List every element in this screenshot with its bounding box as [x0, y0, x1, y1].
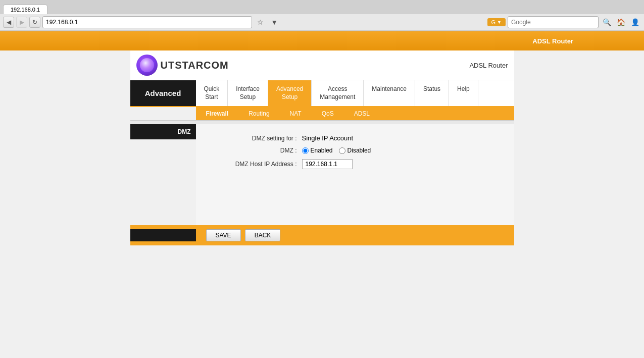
browser-tabs: 192.168.0.1	[0, 0, 644, 14]
nav-bar: Advanced Quick Start Interface Setup Adv…	[130, 80, 514, 107]
nav-status[interactable]: Status	[415, 80, 449, 106]
refresh-button[interactable]: ↻	[29, 17, 40, 28]
content-spacer	[130, 120, 514, 124]
host-ip-row: DMZ Host IP Address :	[211, 159, 499, 169]
active-tab[interactable]: 192.168.0.1	[3, 5, 47, 14]
nav-sidebar-label: Advanced	[130, 80, 196, 106]
save-button[interactable]: SAVE	[206, 229, 241, 241]
browser-toolbar: ◀ ▶ ↻ ☆ ▼ G▼ 🔍 🏠 👤	[0, 14, 644, 31]
search-icon[interactable]: 🔍	[601, 16, 613, 28]
sidebar-dmz-label: DMZ	[130, 124, 196, 139]
content-area: DMZ DMZ setting for : Single IP Account …	[130, 124, 514, 225]
bookmark-star-icon[interactable]: ☆	[254, 16, 266, 28]
dmz-enabled-label: Enabled	[311, 147, 333, 154]
nav-advanced-setup[interactable]: Advanced Setup	[268, 80, 312, 106]
nav-interface-setup[interactable]: Interface Setup	[228, 80, 268, 106]
footer-sidebar	[130, 229, 196, 241]
sub-nav-left	[130, 107, 196, 120]
logo-bar: UTSTARCOM ADSL Router	[130, 50, 514, 80]
logo: UTSTARCOM	[136, 55, 229, 76]
dmz-enabled-radio[interactable]	[302, 147, 309, 154]
dmz-form: DMZ setting for : Single IP Account DMZ …	[211, 134, 499, 169]
page-content: ADSL Router UTSTARCOM ADSL Router Advanc…	[0, 31, 644, 358]
sub-nav-qos[interactable]: QoS	[312, 107, 344, 120]
dmz-disabled-option[interactable]: Disabled	[339, 147, 371, 154]
search-input[interactable]	[508, 16, 599, 28]
main-content: DMZ setting for : Single IP Account DMZ …	[196, 124, 514, 225]
dmz-label: DMZ :	[211, 147, 302, 154]
nav-items: Quick Start Interface Setup Advanced Set…	[196, 80, 514, 106]
search-engine-selector[interactable]: G▼	[487, 18, 506, 26]
browser-chrome: 192.168.0.1 ◀ ▶ ↻ ☆ ▼ G▼ 🔍 🏠 👤	[0, 0, 644, 31]
setting-for-label: DMZ setting for :	[211, 135, 302, 142]
user-icon[interactable]: 👤	[629, 16, 641, 28]
site-header: ADSL Router	[0, 31, 644, 50]
dmz-disabled-radio[interactable]	[339, 147, 345, 154]
footer-bar: SAVE BACK	[130, 225, 514, 245]
sub-nav-firewall[interactable]: Firewall	[196, 107, 239, 120]
dmz-radio-group: Enabled Disabled	[302, 147, 371, 154]
bookmark-down-icon[interactable]: ▼	[268, 16, 280, 28]
host-ip-input-wrapper	[302, 159, 353, 169]
device-name: ADSL Router	[532, 37, 573, 45]
back-button-form[interactable]: BACK	[245, 229, 281, 241]
address-bar[interactable]	[42, 16, 252, 28]
sub-nav: Firewall Routing NAT QoS ADSL	[130, 107, 514, 120]
sub-nav-nat[interactable]: NAT	[280, 107, 312, 120]
back-button[interactable]: ◀	[3, 17, 14, 28]
sidebar: DMZ	[130, 124, 196, 225]
host-ip-label: DMZ Host IP Address :	[211, 161, 302, 168]
sub-nav-items: Firewall Routing NAT QoS ADSL	[196, 107, 514, 120]
nav-quick-start[interactable]: Quick Start	[196, 80, 228, 106]
setting-for-value: Single IP Account	[302, 134, 354, 142]
brand-name: UTSTARCOM	[161, 60, 229, 71]
nav-help[interactable]: Help	[449, 80, 478, 106]
host-ip-input[interactable]	[302, 159, 353, 169]
forward-button[interactable]: ▶	[16, 17, 27, 28]
dmz-disabled-label: Disabled	[348, 147, 371, 154]
nav-access-management[interactable]: Access Management	[312, 80, 364, 106]
sub-nav-adsl[interactable]: ADSL	[344, 107, 380, 120]
device-name-header: ADSL Router	[469, 62, 508, 69]
sub-nav-routing[interactable]: Routing	[238, 107, 279, 120]
nav-maintenance[interactable]: Maintenance	[364, 80, 415, 106]
setting-for-row: DMZ setting for : Single IP Account	[211, 134, 499, 142]
dmz-radio-row: DMZ : Enabled Disabled	[211, 147, 499, 154]
home-icon[interactable]: 🏠	[615, 16, 627, 28]
logo-icon	[136, 55, 158, 76]
footer-buttons: SAVE BACK	[196, 229, 514, 241]
dmz-enabled-option[interactable]: Enabled	[302, 147, 333, 154]
